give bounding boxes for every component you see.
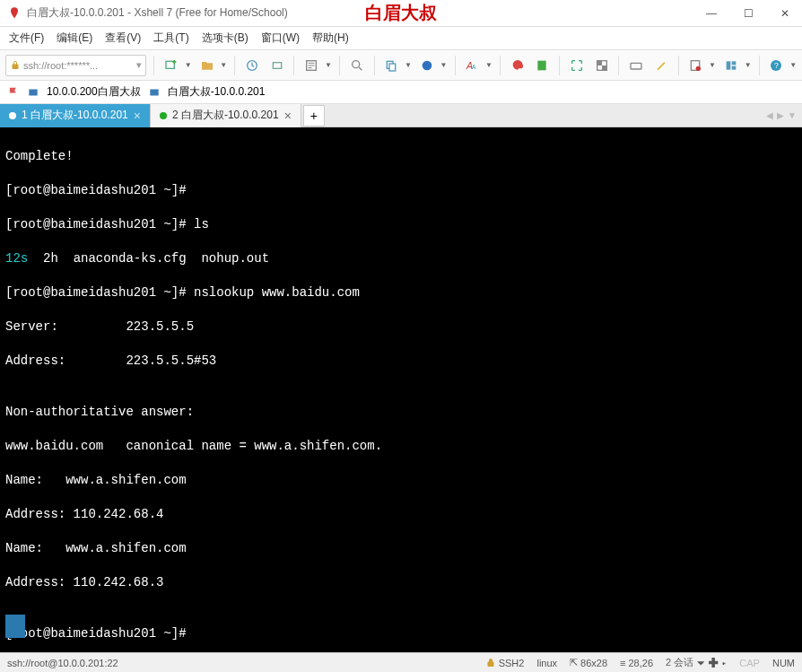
- maximize-button[interactable]: ☐: [738, 7, 759, 20]
- copy-button[interactable]: [381, 56, 401, 75]
- watermark-label: 白眉大叔: [365, 1, 437, 25]
- menu-view[interactable]: 查看(V): [105, 31, 141, 46]
- layout-button[interactable]: [721, 56, 741, 75]
- new-session-button[interactable]: [161, 56, 181, 75]
- svg-rect-10: [538, 60, 546, 70]
- dropdown-icon[interactable]: ▼: [220, 61, 227, 69]
- term-line: Server: 223.5.5.5: [5, 319, 797, 336]
- tab-menu-icon[interactable]: ▼: [788, 110, 797, 120]
- svg-rect-23: [150, 89, 158, 95]
- status-num: NUM: [772, 658, 795, 668]
- term-line: Address: 223.5.5.5#53: [5, 353, 797, 370]
- status-dot-icon: [160, 112, 167, 119]
- separator: [339, 56, 340, 75]
- term-line: Name: www.a.shifen.com: [5, 540, 797, 557]
- term-line: 12s 2h anaconda-ks.cfg nohup.out: [5, 250, 797, 267]
- minimize-button[interactable]: —: [701, 7, 722, 20]
- dropdown-icon[interactable]: ▼: [405, 61, 412, 69]
- tab-1[interactable]: 1 白眉大叔-10.0.0.201 ×: [0, 104, 151, 127]
- flag-icon: [7, 86, 20, 99]
- menu-edit[interactable]: 编辑(E): [57, 31, 92, 46]
- term-line: Name: www.a.shifen.com: [5, 472, 797, 489]
- status-dot-icon: [9, 112, 16, 119]
- svg-rect-14: [631, 63, 641, 69]
- session-icon: [27, 86, 39, 99]
- tab-prev-icon[interactable]: ◀: [766, 110, 773, 120]
- term-line: [root@baimeidashu201 ~]# nslookup www.ba…: [5, 284, 797, 301]
- find-button[interactable]: [347, 56, 367, 75]
- svg-text:A: A: [472, 64, 476, 70]
- tab-next-icon[interactable]: ▶: [777, 110, 784, 120]
- dropdown-icon[interactable]: ▼: [709, 61, 716, 69]
- separator: [759, 56, 760, 75]
- session-bar: 10.0.0.200白眉大叔 白眉大叔-10.0.0.201: [0, 81, 802, 104]
- dropdown-icon[interactable]: ▼: [789, 61, 797, 69]
- status-pos: ≡ 28,26: [620, 658, 653, 668]
- separator: [374, 56, 375, 75]
- session-link-1[interactable]: 10.0.0.200白眉大叔: [47, 84, 141, 100]
- highlight-button[interactable]: [651, 56, 671, 75]
- app-icon: [7, 6, 22, 21]
- script-button[interactable]: [533, 56, 553, 75]
- menu-window[interactable]: 窗口(W): [261, 31, 300, 46]
- svg-rect-13: [602, 65, 606, 70]
- separator: [500, 56, 501, 75]
- separator: [618, 56, 619, 75]
- term-line: [root@baimeidashu201 ~]#: [5, 182, 797, 199]
- tab-label: 1 白眉大叔-10.0.0.201: [22, 108, 128, 123]
- window-title: 白眉大叔-10.0.0.201 - Xshell 7 (Free for Hom…: [27, 5, 288, 21]
- svg-text:?: ?: [774, 61, 779, 70]
- svg-rect-18: [731, 61, 736, 65]
- tab-2[interactable]: 2 白眉大叔-10.0.0.201 ×: [151, 104, 301, 127]
- separator: [153, 56, 154, 75]
- term-line: [root@baimeidashu201 ~]# ls: [5, 216, 797, 233]
- close-button[interactable]: ✕: [775, 7, 795, 20]
- term-line: Complete!: [5, 148, 797, 165]
- reconnect-button[interactable]: [242, 56, 262, 75]
- color-button[interactable]: [508, 56, 527, 75]
- tab-label: 2 白眉大叔-10.0.0.201: [172, 108, 279, 123]
- session-link-2[interactable]: 白眉大叔-10.0.0.201: [168, 84, 266, 100]
- svg-point-7: [422, 60, 432, 70]
- open-button[interactable]: [197, 56, 217, 75]
- disconnect-button[interactable]: [267, 56, 287, 75]
- dropdown-icon[interactable]: ▼: [485, 61, 493, 69]
- menu-help[interactable]: 帮助(H): [312, 31, 349, 46]
- help-button[interactable]: ?: [767, 56, 787, 75]
- tab-close-icon[interactable]: ×: [284, 109, 292, 123]
- svg-rect-2: [273, 62, 281, 68]
- bookmark-marker: [5, 615, 25, 638]
- term-line: Address: 110.242.68.4: [5, 506, 797, 523]
- separator: [293, 56, 294, 75]
- tabbar: 1 白眉大叔-10.0.0.201 × 2 白眉大叔-10.0.0.201 × …: [0, 104, 802, 127]
- tab-add-button[interactable]: +: [303, 105, 325, 127]
- status-sessions[interactable]: 2 会话 ⏷ ✚ ▸: [666, 656, 727, 669]
- menu-file[interactable]: 文件(F): [9, 31, 44, 46]
- svg-rect-17: [726, 61, 730, 69]
- svg-rect-6: [389, 64, 396, 71]
- separator: [678, 56, 679, 75]
- tab-close-icon[interactable]: ×: [134, 109, 141, 123]
- term-line: Non-authoritative answer:: [5, 404, 797, 421]
- fullscreen-button[interactable]: [567, 56, 587, 75]
- status-proto: SSH2: [485, 658, 525, 668]
- dropdown-icon[interactable]: ▼: [440, 61, 448, 69]
- keymap-button[interactable]: [626, 56, 646, 75]
- lock-icon: [10, 60, 21, 71]
- properties-button[interactable]: [301, 56, 321, 75]
- menu-tools[interactable]: 工具(T): [153, 31, 188, 46]
- url-input[interactable]: ssh://root:******... ▾: [5, 55, 146, 76]
- transparent-button[interactable]: [592, 56, 612, 75]
- dropdown-icon[interactable]: ▼: [325, 61, 332, 69]
- dropdown-icon[interactable]: ▼: [745, 61, 752, 69]
- paste-button[interactable]: [417, 56, 437, 75]
- menu-tabs[interactable]: 选项卡(B): [202, 31, 248, 46]
- statusbar: ssh://root@10.0.0.201:22 SSH2 linux ⇱ 86…: [0, 652, 802, 672]
- terminal[interactable]: Complete! [root@baimeidashu201 ~]# [root…: [0, 127, 802, 652]
- log-button[interactable]: [686, 56, 706, 75]
- status-size: ⇱ 86x28: [570, 657, 607, 668]
- font-button[interactable]: AA: [463, 56, 483, 75]
- status-connection: ssh://root@10.0.0.201:22: [7, 658, 473, 668]
- dropdown-icon[interactable]: ▼: [185, 61, 192, 69]
- separator: [234, 56, 235, 75]
